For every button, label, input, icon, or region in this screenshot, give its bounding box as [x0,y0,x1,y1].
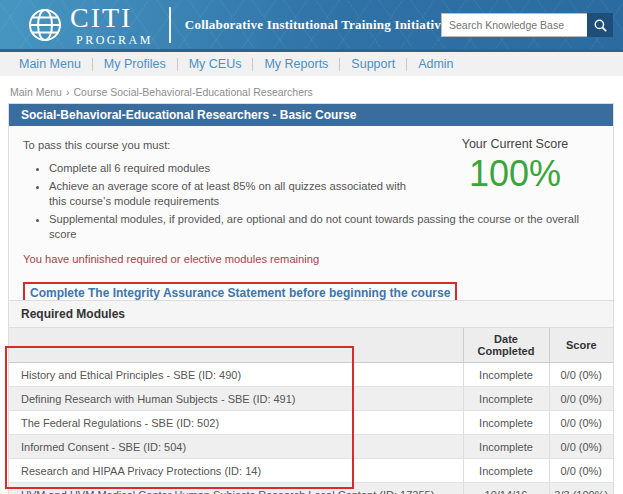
module-name: History and Ethical Principles - SBE (ID… [9,363,463,387]
breadcrumb-main-menu[interactable]: Main Menu [10,86,62,98]
table-header-row: Date Completed Score [9,328,613,363]
course-panel: Social-Behavioral-Educational Researcher… [8,103,614,319]
globe-icon [26,6,64,44]
module-score: 0/0 (0%) [549,459,613,483]
score-label: Your Current Score [429,137,601,151]
module-column-header [9,328,463,363]
date-completed-header: Date Completed [463,328,549,363]
table-row: History and Ethical Principles - SBE (ID… [9,363,613,387]
breadcrumb-current: Course Social-Behavioral-Educational Res… [73,86,312,98]
module-name: UVM and UVM Medical Center Human Subject… [9,483,463,494]
breadcrumb-separator: › [66,86,70,98]
nav-support[interactable]: Support [340,58,407,71]
knowledge-base-search [441,13,613,37]
table-row: Informed Consent - SBE (ID: 504) Incompl… [9,435,613,459]
module-score: 0/0 (0%) [549,363,613,387]
nav-my-ceus[interactable]: My CEUs [178,58,254,71]
logo-text: CITI PROGRAM [70,4,153,46]
module-score: 0/0 (0%) [549,411,613,435]
site-header: CITI PROGRAM Collaborative Institutional… [0,0,623,52]
module-name: The Federal Regulations - SBE (ID: 502) [9,411,463,435]
citi-program-logo[interactable]: CITI PROGRAM [0,4,153,46]
required-modules-panel: Required Modules Date Completed Score Hi… [8,300,614,494]
nav-my-profiles[interactable]: My Profiles [93,58,178,71]
nav-admin[interactable]: Admin [407,58,464,71]
header-tagline: Collaborative Institutional Training Ini… [185,17,447,33]
module-score: 0/0 (0%) [549,387,613,411]
course-title-bar: Social-Behavioral-Educational Researcher… [9,104,613,126]
course-body: Your Current Score 100% To pass this cou… [9,126,613,318]
score-value: 100% [429,153,601,195]
search-icon [593,18,608,33]
module-date: Incomplete [463,387,549,411]
search-input[interactable] [441,13,587,37]
module-date: Incomplete [463,411,549,435]
module-name: Informed Consent - SBE (ID: 504) [9,435,463,459]
table-row: Research and HIPAA Privacy Protections (… [9,459,613,483]
module-score: 3/3 (100%) [549,483,613,494]
logo-citi: CITI [70,4,153,32]
current-score-block: Your Current Score 100% [429,137,601,195]
nav-main-menu[interactable]: Main Menu [8,58,93,71]
main-nav: Main Menu My Profiles My CEUs My Reports… [0,52,623,76]
nav-my-reports[interactable]: My Reports [253,58,340,71]
table-row: UVM and UVM Medical Center Human Subject… [9,483,613,494]
table-row: The Federal Regulations - SBE (ID: 502) … [9,411,613,435]
module-date: Incomplete [463,435,549,459]
modules-table: Date Completed Score History and Ethical… [9,328,613,494]
module-date: Incomplete [463,363,549,387]
module-date: Incomplete [463,459,549,483]
table-row: Defining Research with Human Subjects - … [9,387,613,411]
logo-divider [169,7,171,43]
module-name: Defining Research with Human Subjects - … [9,387,463,411]
unfinished-modules-warning: You have unfinished required or elective… [23,253,601,265]
logo-program: PROGRAM [76,34,153,46]
required-modules-title: Required Modules [9,301,613,328]
score-header: Score [549,328,613,363]
requirement-item: Supplemental modules, if provided, are o… [49,212,601,242]
module-name: Research and HIPAA Privacy Protections (… [9,459,463,483]
breadcrumb: Main Menu›Course Social-Behavioral-Educa… [10,86,623,98]
module-score: 0/0 (0%) [549,435,613,459]
module-date: 10/14/16 [463,483,549,494]
search-button[interactable] [587,13,613,37]
